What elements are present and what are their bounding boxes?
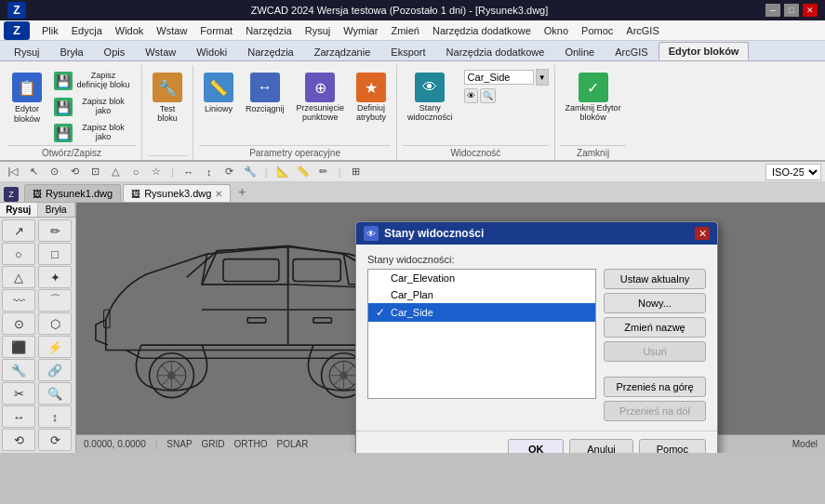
- btn-zapisz-definicje[interactable]: 💾 Zapisz definicję bloku: [49, 69, 136, 93]
- btn-przesunięcie[interactable]: ⊕ Przesunięciepunktowe: [292, 69, 350, 126]
- btn-zmien-nazwe[interactable]: Zmień nazwę: [604, 317, 706, 338]
- cmd-btn-3[interactable]: ⊙: [45, 164, 63, 180]
- menu-arcgis[interactable]: ArcGIS: [619, 23, 665, 38]
- btn-zapisz-blok-2[interactable]: 💾 Zapisz blok jako: [49, 121, 136, 145]
- menu-okno[interactable]: Okno: [538, 23, 575, 38]
- tool-triangle[interactable]: △: [2, 266, 35, 288]
- tool-arrow[interactable]: ↗: [2, 219, 35, 242]
- btn-test-bloku[interactable]: 🔧 Testbloku: [148, 69, 187, 126]
- menu-zmien[interactable]: Zmień: [384, 23, 426, 38]
- cmd-btn-15[interactable]: ✏: [314, 164, 333, 180]
- cmd-btn-16[interactable]: ⊞: [347, 164, 366, 180]
- menu-narzedzia-dodatkowe[interactable]: Narzędzia dodatkowe: [426, 23, 538, 38]
- btn-zapisz-blok-1[interactable]: 💾 Zapisz blok jako: [49, 95, 136, 119]
- doc-tab-rysunek3[interactable]: 🖼 Rysunek3.dwg ✕: [123, 184, 231, 202]
- left-tab-rysuj[interactable]: Rysuj: [0, 203, 38, 217]
- cmd-btn-5[interactable]: ⊡: [86, 164, 104, 180]
- tool-bolt[interactable]: ⚡: [38, 336, 72, 358]
- tool-line[interactable]: 〰: [2, 289, 35, 312]
- vis-icon2[interactable]: 🔍: [480, 88, 496, 103]
- scale-select[interactable]: ISO-25 ISO-50 ISO-100: [765, 164, 821, 180]
- btn-ustaw-aktualny[interactable]: Ustaw aktualny: [604, 269, 706, 289]
- tool-star[interactable]: ✦: [38, 266, 72, 288]
- btn-zamknij-edytor[interactable]: ✓ Zamknij Edytorbloków: [561, 69, 626, 126]
- cmd-btn-10[interactable]: ↕: [200, 164, 219, 180]
- btn-ok[interactable]: OK: [508, 439, 564, 453]
- tool-cut[interactable]: ✂: [2, 382, 35, 405]
- cmd-btn-11[interactable]: ⟳: [220, 164, 239, 180]
- btn-przenies-gore[interactable]: Przenieś na górę: [604, 377, 706, 397]
- tool-link[interactable]: 🔗: [38, 359, 72, 381]
- cmd-btn-13[interactable]: 📐: [273, 164, 292, 180]
- tab-online[interactable]: Online: [554, 43, 605, 60]
- cmd-btn-2[interactable]: ↖: [24, 164, 43, 180]
- tab-add-btn[interactable]: +: [233, 181, 251, 202]
- cmd-btn-6[interactable]: △: [106, 164, 125, 180]
- tab-eksport[interactable]: Eksport: [380, 43, 435, 60]
- menu-pomoc[interactable]: Pomoc: [575, 23, 619, 38]
- tool-arc[interactable]: ⌒: [38, 289, 72, 312]
- dialog-close-button[interactable]: ✕: [695, 227, 710, 240]
- cmd-btn-4[interactable]: ⟲: [65, 164, 84, 180]
- menu-rysuj[interactable]: Rysuj: [299, 23, 338, 38]
- tool-fill[interactable]: ⬛: [2, 336, 35, 358]
- doc-tab-rysunek1[interactable]: 🖼 Rysunek1.dwg: [24, 184, 121, 202]
- cmd-btn-7[interactable]: ○: [126, 164, 145, 180]
- list-item-side[interactable]: ✓ Car_Side: [368, 303, 595, 322]
- cmd-btn-8[interactable]: ☆: [147, 164, 166, 180]
- btn-edytor-blokow[interactable]: 📋 Edytorbloków: [7, 69, 47, 128]
- menu-wstaw[interactable]: Wstaw: [150, 23, 193, 38]
- tab-zarzadzanie[interactable]: Zarządzanie: [304, 43, 381, 60]
- btn-usun[interactable]: Usuń: [604, 341, 706, 362]
- btn-stany-widocznosci[interactable]: 👁 Stanywidoczności: [403, 69, 458, 126]
- menu-plik[interactable]: Plik: [35, 23, 65, 38]
- minimize-button[interactable]: ─: [765, 4, 780, 17]
- tool-horiz[interactable]: ↔: [2, 405, 35, 428]
- btn-nowy[interactable]: Nowy...: [604, 293, 706, 313]
- tool-wrench[interactable]: 🔧: [2, 359, 35, 381]
- menu-edycja[interactable]: Edycja: [65, 23, 109, 38]
- tool-redo[interactable]: ⟳: [38, 429, 72, 451]
- menu-format[interactable]: Format: [193, 23, 239, 38]
- tool-pencil[interactable]: ✏: [38, 219, 72, 242]
- left-tab-bryla[interactable]: Bryła: [38, 203, 76, 217]
- btn-rozciagnij[interactable]: ↔ Rozciągnij: [241, 69, 289, 117]
- tool-poly[interactable]: ⬡: [38, 312, 72, 335]
- menu-widok[interactable]: Widok: [109, 23, 151, 38]
- tool-ellipse[interactable]: ⊙: [2, 312, 35, 335]
- list-item-elevation[interactable]: Car_Elevation: [368, 270, 595, 286]
- tab-bryla[interactable]: Bryła: [50, 43, 94, 60]
- tab-narzedzia[interactable]: Narzędzia: [237, 43, 304, 60]
- vis-icon1[interactable]: 👁: [464, 88, 478, 103]
- tab-rysuj[interactable]: Rysuj: [4, 43, 50, 60]
- menu-narzedzia[interactable]: Narzędzia: [239, 23, 299, 38]
- tab-narzedzia-dodatkowe[interactable]: Narzędzia dodatkowe: [436, 43, 555, 60]
- list-item-plan[interactable]: Car_Plan: [368, 286, 595, 303]
- cmd-btn-12[interactable]: 🔧: [241, 164, 259, 180]
- cmd-btn-1[interactable]: |◁: [4, 164, 22, 180]
- menu-wymiar[interactable]: Wymiar: [337, 23, 384, 38]
- tool-circle[interactable]: ○: [2, 243, 35, 265]
- btn-definiuj[interactable]: ★ Definiujatrybuty: [352, 69, 391, 126]
- btn-liniowy[interactable]: 📏 Liniowy: [199, 69, 238, 117]
- doc-tab-rysunek3-close[interactable]: ✕: [215, 189, 222, 199]
- tab-arcgis[interactable]: ArcGIS: [605, 43, 658, 60]
- visibility-dropdown-input[interactable]: [464, 70, 534, 85]
- visibility-dropdown-arrow[interactable]: ▼: [536, 69, 549, 86]
- btn-przenies-dol[interactable]: Przenieś na dół: [604, 401, 706, 421]
- cmd-btn-9[interactable]: ↔: [180, 164, 198, 180]
- close-button[interactable]: ✕: [803, 4, 818, 17]
- btn-anuluj[interactable]: Anuluj: [569, 439, 633, 453]
- btn-pomoc[interactable]: Pomoc: [639, 439, 706, 453]
- tool-undo[interactable]: ⟲: [2, 429, 35, 451]
- tool-vert[interactable]: ↕: [38, 405, 72, 428]
- tab-widoki[interactable]: Widoki: [186, 43, 237, 60]
- tab-edytor-blokow[interactable]: Edytor bloków: [659, 42, 750, 60]
- tab-opis[interactable]: Opis: [94, 43, 136, 60]
- dialog-list[interactable]: Car_Elevation Car_Plan ✓ Car_Side: [367, 269, 596, 399]
- tool-zoom[interactable]: 🔍: [38, 382, 72, 405]
- maximize-button[interactable]: □: [784, 4, 799, 17]
- tool-rect[interactable]: □: [38, 243, 72, 265]
- cmd-btn-14[interactable]: 📏: [294, 164, 313, 180]
- tab-wstaw[interactable]: Wstaw: [135, 43, 186, 60]
